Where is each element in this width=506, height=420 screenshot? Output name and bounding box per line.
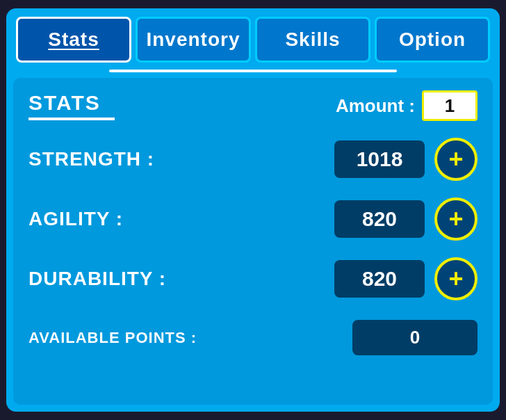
durability-plus-button[interactable]: + bbox=[434, 257, 478, 300]
game-panel: Stats Inventory Skills Option STATS Amou… bbox=[6, 8, 500, 412]
amount-section: Amount : bbox=[336, 90, 478, 121]
agility-plus-button[interactable]: + bbox=[434, 197, 478, 241]
stat-row-durability: DURABILITY : 820 + bbox=[28, 257, 478, 300]
durability-value: 820 bbox=[334, 260, 425, 298]
tab-option[interactable]: Option bbox=[375, 17, 490, 63]
strength-value: 1018 bbox=[334, 140, 425, 178]
agility-label: AGILITY : bbox=[28, 208, 334, 230]
strength-plus-button[interactable]: + bbox=[434, 138, 478, 181]
tab-skills[interactable]: Skills bbox=[255, 17, 370, 63]
durability-label: DURABILITY : bbox=[28, 268, 334, 290]
strength-label: STRENGTH : bbox=[28, 148, 334, 170]
available-points-row: AVAILABLE POINTS : 0 bbox=[28, 320, 478, 355]
content-area: STATS Amount : STRENGTH : 1018 + AGILITY… bbox=[13, 78, 493, 405]
available-points-label: AVAILABLE POINTS : bbox=[28, 329, 197, 347]
agility-value: 820 bbox=[334, 200, 425, 238]
stat-row-strength: STRENGTH : 1018 + bbox=[28, 138, 478, 181]
tab-inventory[interactable]: Inventory bbox=[136, 17, 251, 63]
stats-title: STATS bbox=[28, 91, 115, 120]
tab-stats[interactable]: Stats bbox=[16, 17, 131, 63]
amount-input[interactable] bbox=[422, 90, 478, 121]
stat-row-agility: AGILITY : 820 + bbox=[28, 197, 478, 241]
available-points-value: 0 bbox=[352, 320, 478, 355]
tab-bar: Stats Inventory Skills Option bbox=[13, 15, 493, 64]
header-row: STATS Amount : bbox=[28, 90, 478, 121]
amount-label: Amount : bbox=[336, 95, 415, 117]
active-tab-underline bbox=[109, 70, 397, 72]
